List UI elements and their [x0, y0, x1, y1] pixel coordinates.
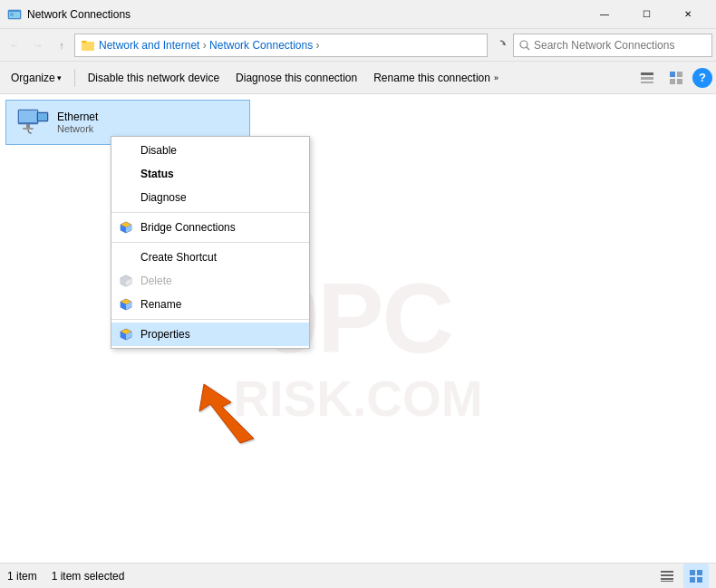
minimize-button[interactable]: —: [584, 0, 625, 29]
ctx-bridge-icon: [119, 220, 133, 235]
svg-rect-19: [38, 113, 47, 120]
status-list-icon: [660, 569, 674, 583]
toolbar: Organize ▾ Disable this network device D…: [0, 62, 716, 94]
window-controls: — ☐ ✕: [584, 0, 709, 29]
item-selected: 1 item selected: [52, 570, 125, 583]
ethernet-desc: Network: [57, 123, 242, 134]
file-info: Ethernet Network: [57, 111, 242, 134]
ctx-delete-label: Delete: [140, 275, 172, 287]
svg-rect-20: [661, 571, 673, 573]
path-item-connections[interactable]: Network Connections: [209, 39, 313, 52]
address-path[interactable]: Network and Internet › Network Connectio…: [74, 34, 488, 57]
search-input[interactable]: [534, 39, 706, 52]
ctx-status-icon: [119, 167, 133, 181]
forward-button[interactable]: →: [27, 34, 49, 56]
ctx-rename-label: Rename: [140, 298, 181, 311]
status-bar: 1 item 1 item selected: [0, 563, 716, 588]
window-icon: [7, 7, 22, 22]
close-button[interactable]: ✕: [667, 0, 709, 29]
title-bar: Network Connections — ☐ ✕: [0, 0, 716, 29]
help-button[interactable]: ?: [692, 68, 712, 88]
ctx-disable-label: Disable: [140, 144, 177, 157]
ctx-properties-label: Properties: [140, 328, 190, 341]
ctx-bridge[interactable]: Bridge Connections: [111, 216, 309, 239]
status-view-btn-2[interactable]: [683, 564, 709, 589]
ethernet-icon: [14, 108, 50, 137]
context-menu: Disable Status Diagnose Bridge Connect: [111, 136, 310, 349]
ctx-shortcut[interactable]: Create Shortcut: [111, 246, 309, 269]
ctx-rename-icon: [119, 297, 133, 312]
path-item-network[interactable]: Network and Internet: [99, 39, 199, 52]
up-button[interactable]: ↑: [51, 34, 73, 56]
toolbar-right: ?: [634, 65, 712, 91]
svg-rect-10: [670, 72, 675, 77]
diagnose-button[interactable]: Diagnose this connection: [228, 65, 364, 91]
svg-rect-21: [661, 574, 673, 576]
svg-rect-22: [661, 578, 673, 580]
svg-line-6: [527, 47, 529, 50]
svg-rect-25: [697, 570, 702, 575]
ctx-sep-1: [111, 212, 309, 213]
view-icons-button[interactable]: [663, 65, 689, 91]
ctx-properties[interactable]: Properties: [111, 323, 309, 346]
ctx-status-label: Status: [140, 168, 174, 180]
ctx-properties-icon: [119, 327, 133, 342]
ctx-delete-icon: [119, 274, 133, 288]
ctx-sep-2: [111, 242, 309, 243]
ctx-bridge-label: Bridge Connections: [140, 221, 236, 234]
item-count: 1 item: [7, 570, 37, 583]
svg-rect-8: [641, 77, 653, 80]
watermark-line2: RISK.COM: [234, 370, 483, 428]
view-details-button[interactable]: [634, 65, 660, 91]
svg-rect-15: [19, 111, 37, 122]
path-breadcrumb: Network and Internet › Network Connectio…: [99, 39, 320, 52]
svg-rect-7: [641, 72, 653, 75]
svg-rect-23: [661, 581, 673, 582]
refresh-icon: [494, 39, 507, 52]
ctx-diagnose-icon: [119, 190, 133, 205]
rename-arrow: »: [494, 73, 498, 82]
search-box[interactable]: [513, 34, 712, 57]
folder-icon: [81, 38, 95, 53]
ctx-diagnose-label: Diagnose: [140, 191, 187, 204]
organize-button[interactable]: Organize ▾: [4, 65, 69, 91]
main-content: 9PC RISK.COM Ethernet Network Disable: [0, 94, 716, 563]
ctx-shortcut-icon: [119, 250, 133, 265]
window-title: Network Connections: [27, 8, 584, 21]
ctx-status[interactable]: Status: [111, 162, 309, 186]
svg-rect-17: [23, 128, 34, 130]
rename-button[interactable]: Rename this connection »: [366, 65, 506, 91]
refresh-button[interactable]: [489, 34, 511, 56]
view-icons-icon: [669, 71, 683, 85]
svg-rect-24: [690, 570, 695, 575]
svg-point-5: [520, 41, 527, 48]
toolbar-separator-1: [74, 69, 75, 87]
svg-rect-12: [670, 79, 675, 84]
svg-rect-13: [677, 79, 682, 84]
svg-rect-16: [26, 124, 30, 128]
svg-rect-2: [10, 13, 14, 16]
status-right: [654, 564, 709, 589]
ctx-disable[interactable]: Disable: [111, 139, 309, 162]
svg-rect-11: [677, 72, 682, 77]
organize-arrow: ▾: [57, 73, 62, 82]
ctx-delete[interactable]: Delete: [111, 269, 309, 293]
ctx-disable-icon: [119, 143, 133, 158]
ctx-diagnose[interactable]: Diagnose: [111, 186, 309, 209]
svg-rect-26: [690, 577, 695, 583]
search-icon: [519, 40, 530, 51]
address-bar: ← → ↑ Network and Internet › Network Con…: [0, 29, 716, 62]
status-view-btn-1[interactable]: [654, 564, 680, 589]
ctx-rename[interactable]: Rename: [111, 293, 309, 316]
maximize-button[interactable]: ☐: [625, 0, 667, 29]
back-button[interactable]: ←: [4, 34, 25, 56]
svg-rect-27: [697, 577, 702, 583]
svg-rect-3: [82, 42, 94, 51]
status-grid-icon: [689, 569, 703, 583]
ctx-sep-3: [111, 319, 309, 320]
disable-button[interactable]: Disable this network device: [81, 65, 227, 91]
view-details-icon: [640, 71, 654, 85]
svg-rect-9: [641, 82, 653, 83]
arrow-pointer: [181, 375, 272, 448]
ctx-shortcut-label: Create Shortcut: [140, 251, 217, 264]
